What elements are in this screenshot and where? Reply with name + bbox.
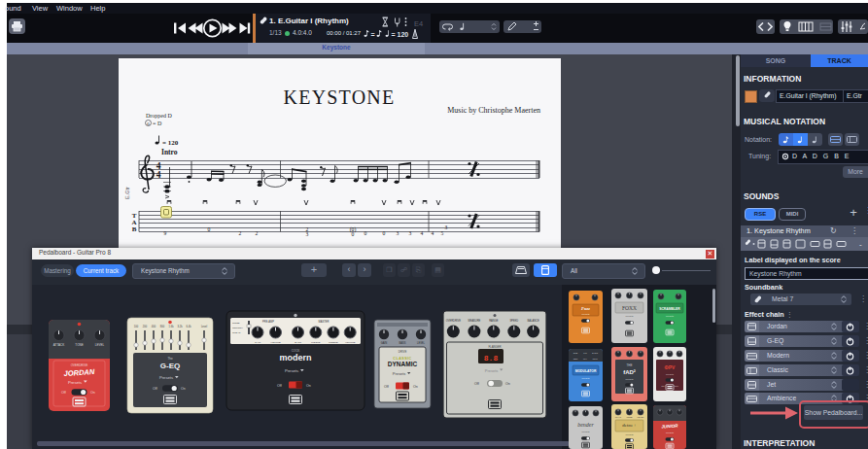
svg-text:Music by Christophe Maerten: Music by Christophe Maerten bbox=[447, 106, 540, 115]
svg-text:B: B bbox=[132, 225, 137, 233]
svg-text:Presets: Presets bbox=[159, 375, 173, 380]
svg-text:BASS: BASS bbox=[295, 341, 301, 344]
svg-text:6: 6 bbox=[147, 121, 150, 126]
svg-text:1.6k: 1.6k bbox=[169, 325, 175, 328]
svg-text:OSC: OSC bbox=[573, 358, 578, 360]
svg-text:Fuzz: Fuzz bbox=[581, 306, 590, 311]
svg-text:On: On bbox=[90, 391, 95, 395]
svg-text:400: 400 bbox=[152, 325, 156, 328]
svg-text:Presets: Presets bbox=[393, 371, 406, 376]
svg-text:= 120: = 120 bbox=[392, 31, 409, 38]
svg-text:2: 2 bbox=[239, 230, 242, 236]
svg-text:0: 0 bbox=[383, 230, 386, 236]
svg-text:SUB: SUB bbox=[573, 352, 578, 354]
svg-text:GAIN: GAIN bbox=[381, 341, 387, 345]
svg-text:= D: = D bbox=[153, 121, 162, 126]
svg-text:OFF: OFF bbox=[675, 385, 679, 387]
svg-text:GOOD: GOOD bbox=[232, 322, 240, 325]
svg-text:3: 3 bbox=[306, 231, 309, 237]
svg-text:3.2k: 3.2k bbox=[178, 325, 184, 328]
svg-text:VOLUME: VOLUME bbox=[345, 341, 356, 344]
svg-text:TONE: TONE bbox=[75, 343, 83, 347]
svg-text:LEVEL: LEVEL bbox=[417, 341, 426, 345]
svg-text:CRUNCH: CRUNCH bbox=[232, 327, 243, 329]
svg-text:4: 4 bbox=[421, 230, 424, 236]
svg-text:Presets: Presets bbox=[666, 373, 675, 376]
svg-text:Off: Off bbox=[61, 391, 66, 395]
svg-text:BALANCE: BALANCE bbox=[528, 319, 539, 323]
svg-text:TREBLE: TREBLE bbox=[329, 341, 338, 344]
svg-text:3: 3 bbox=[445, 224, 448, 230]
svg-text:0: 0 bbox=[365, 230, 367, 236]
svg-text:GAIN: GAIN bbox=[255, 341, 260, 344]
svg-text:6.4k: 6.4k bbox=[187, 325, 192, 328]
svg-text:8.8: 8.8 bbox=[484, 354, 499, 363]
svg-text:KEYSTONE: KEYSTONE bbox=[284, 86, 396, 108]
svg-text:Presets: Presets bbox=[68, 380, 82, 385]
svg-text:RANGE: RANGE bbox=[489, 319, 498, 323]
svg-text:FLANGER: FLANGER bbox=[488, 345, 501, 349]
svg-text:Presets: Presets bbox=[581, 431, 590, 433]
svg-text:SYNC: SYNC bbox=[592, 352, 598, 354]
svg-text:modern: modern bbox=[279, 353, 311, 363]
svg-text:OVERDRIVE: OVERDRIVE bbox=[71, 363, 88, 367]
svg-text:Intro: Intro bbox=[161, 148, 178, 156]
svg-text:MASTER: MASTER bbox=[319, 320, 330, 324]
svg-text:SPEED: SPEED bbox=[509, 319, 518, 323]
svg-text:BASS: BASS bbox=[399, 341, 406, 345]
svg-text:LEVEL: LEVEL bbox=[95, 343, 105, 347]
svg-text:=: = bbox=[371, 31, 375, 38]
svg-text:Presets: Presets bbox=[666, 432, 675, 434]
svg-text:Presets: Presets bbox=[625, 378, 634, 381]
svg-text:bender: bender bbox=[577, 422, 594, 428]
svg-text:3: 3 bbox=[397, 230, 399, 236]
svg-text:0: 0 bbox=[208, 226, 211, 232]
svg-text:VOLUME: VOLUME bbox=[270, 341, 281, 344]
svg-text:The: The bbox=[167, 357, 173, 361]
svg-text:MIDDLE: MIDDLE bbox=[311, 341, 321, 344]
svg-text:TONE: TONE bbox=[626, 416, 633, 418]
svg-text:Presets: Presets bbox=[625, 315, 634, 318]
svg-text:2: 2 bbox=[256, 230, 259, 236]
svg-text:100: 100 bbox=[134, 325, 139, 328]
svg-text:WHYT: WHYT bbox=[615, 416, 622, 418]
svg-text:ATTACK: ATTACK bbox=[53, 343, 64, 347]
svg-text:FOXX: FOXX bbox=[622, 305, 637, 311]
svg-text:Off: Off bbox=[474, 382, 479, 386]
svg-text:5: 5 bbox=[441, 230, 444, 236]
svg-text:fAD²: fAD² bbox=[623, 369, 636, 375]
svg-text:Off: Off bbox=[277, 384, 282, 388]
svg-text:On: On bbox=[505, 382, 510, 386]
svg-text:Level: Level bbox=[201, 325, 208, 328]
svg-text:Off: Off bbox=[384, 385, 389, 389]
svg-text:Presets: Presets bbox=[485, 368, 499, 373]
svg-text:200: 200 bbox=[143, 325, 148, 328]
svg-text:Dropped D: Dropped D bbox=[146, 113, 172, 119]
svg-text:MODULATOR: MODULATOR bbox=[575, 369, 597, 373]
svg-text:THE: THE bbox=[627, 363, 633, 367]
svg-text:CLASSIC: CLASSIC bbox=[393, 357, 411, 361]
svg-text:800: 800 bbox=[160, 325, 165, 328]
svg-text:-: - bbox=[859, 240, 862, 249]
svg-text:OVERDRIVE: OVERDRIVE bbox=[446, 319, 462, 323]
svg-text:4: 4 bbox=[156, 170, 161, 180]
svg-text:G-EQ: G-EQ bbox=[160, 362, 180, 370]
svg-text:4: 4 bbox=[432, 230, 434, 236]
svg-text:On: On bbox=[181, 387, 186, 391]
svg-text:COCK: COCK bbox=[292, 349, 300, 353]
svg-text:Presets: Presets bbox=[581, 377, 590, 380]
svg-text:Presets: Presets bbox=[625, 433, 634, 436]
svg-text:detro +: detro + bbox=[622, 423, 637, 428]
svg-text:Presets: Presets bbox=[581, 313, 590, 316]
svg-text:= 120: = 120 bbox=[162, 139, 179, 147]
svg-text:ΦPV: ΦPV bbox=[665, 364, 676, 370]
svg-text:TRIG: TRIG bbox=[592, 358, 598, 360]
svg-text:3: 3 bbox=[409, 230, 412, 236]
svg-text:Presets: Presets bbox=[285, 368, 298, 373]
svg-text:DRIVE: DRIVE bbox=[399, 350, 407, 354]
svg-text:Off: Off bbox=[153, 387, 157, 391]
svg-text:CLEAN: CLEAN bbox=[232, 331, 241, 334]
svg-text:MEASURE: MEASURE bbox=[468, 319, 480, 323]
svg-text:E4: E4 bbox=[414, 19, 423, 28]
svg-text:LEVEL: LEVEL bbox=[638, 416, 645, 418]
